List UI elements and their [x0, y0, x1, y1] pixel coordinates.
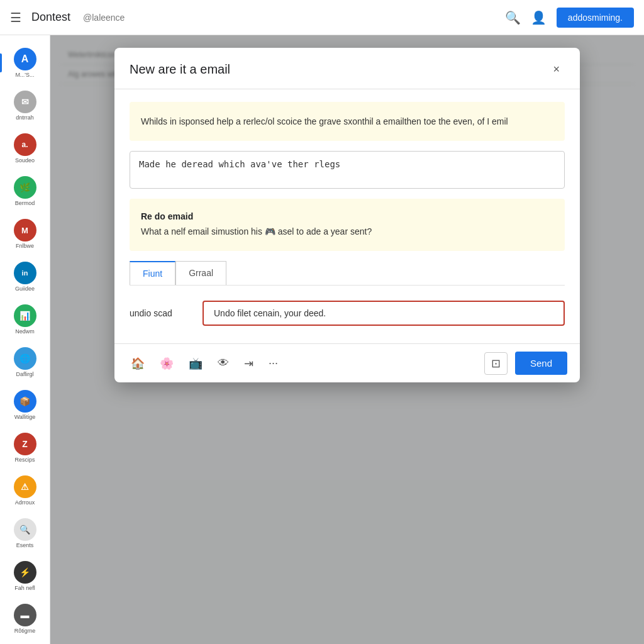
sidebar-icon-a2: a. [14, 133, 36, 156]
sidebar-item-earth[interactable]: 🌐 Daflirgl [0, 342, 50, 382]
sidebar-item-bolt[interactable]: ⚡ Fah nefl [0, 556, 50, 596]
info-box-2-title: Re do emaid [141, 211, 553, 221]
sidebar-icon-chart: 📊 [14, 304, 36, 327]
sidebar-label-bolt: Fah nefl [14, 585, 35, 591]
sidebar-label-z: Rescips [14, 457, 35, 463]
modal-close-button[interactable]: × [548, 60, 565, 79]
sidebar-label-a: M...'S... [15, 72, 34, 78]
sidebar-label-box: Wallitige [14, 414, 36, 420]
sidebar: A M...'S... ✉ dntrrah a. Soudeo 🌿 Bermod… [0, 35, 50, 644]
sidebar-icon-search: 🔍 [14, 518, 36, 541]
eye-icon[interactable]: 👁 [214, 353, 233, 374]
sidebar-icon-mail: ✉ [14, 91, 36, 113]
info-box-1-text: Whilds in isponsed help a rerlec/ol scoi… [141, 116, 508, 126]
sidebar-icon-earth: 🌐 [14, 347, 36, 370]
sidebar-label-square: Rôtigme [14, 628, 36, 634]
modal-body: Whilds in isponsed help a rerlec/ol scoi… [114, 89, 580, 343]
menu-icon[interactable]: ☰ [10, 10, 21, 25]
modal-footer: 🏠 🌸 📺 👁 ⇥ ··· ⊡ Send [114, 343, 580, 382]
main-layout: A M...'S... ✉ dntrrah a. Soudeo 🌿 Bermod… [0, 35, 644, 644]
text-input-field[interactable] [130, 151, 565, 189]
sidebar-item-in[interactable]: in Guiidee [0, 257, 50, 297]
sidebar-label-earth: Daflirgl [16, 371, 33, 377]
field-value-box: Undo filet cenain, your deed. [203, 301, 565, 326]
field-row: undio scad Undo filet cenain, your deed. [130, 296, 565, 331]
tabs-row: Fiunt Grraal [130, 261, 565, 286]
user-icon[interactable]: 👤 [531, 10, 547, 25]
sidebar-label-a2: Soudeo [15, 157, 35, 164]
field-label: undio scad [130, 308, 192, 318]
search-icon[interactable]: 🔍 [505, 10, 521, 25]
sidebar-label-warn: Adrroux [15, 499, 35, 506]
sidebar-item-m[interactable]: M Fnlbwe [0, 214, 50, 254]
sidebar-label-chart: Nedwm [15, 328, 35, 335]
sidebar-item-chart[interactable]: 📊 Nedwm [0, 299, 50, 340]
sidebar-item-mail[interactable]: ✉ dntrrah [0, 86, 50, 126]
content-area: Wetertmiktcorming Alg arowes with dotyna… [50, 35, 644, 644]
more-icon[interactable]: ··· [265, 353, 282, 374]
sidebar-item-a[interactable]: A M...'S... [0, 43, 50, 83]
sidebar-icon-a: A [14, 48, 36, 70]
sidebar-icon-warn: ⚠ [14, 475, 36, 498]
modal-overlay: New are it a email × Whilds in isponsed … [50, 35, 644, 644]
sidebar-icon-bolt: ⚡ [14, 561, 36, 584]
tv-icon[interactable]: 📺 [185, 353, 206, 374]
info-box-2-text: What a nelf email simustion his 🎮 asel t… [141, 226, 372, 236]
sidebar-item-a2[interactable]: a. Soudeo [0, 128, 50, 169]
sidebar-icon-m: M [14, 219, 36, 242]
sidebar-label-mail: dntrrah [16, 114, 34, 121]
info-box-2: Re do emaid What a nelf email simustion … [130, 199, 565, 251]
flower-icon[interactable]: 🌸 [156, 353, 177, 374]
send-button[interactable]: Send [515, 352, 567, 375]
sidebar-item-square[interactable]: ▬ Rôtigme [0, 599, 50, 639]
home-icon[interactable]: 🏠 [127, 353, 148, 374]
sidebar-label-m: Fnlbwe [16, 243, 34, 249]
topbar: ☰ Dontest @laleence 🔍 👤 addosmiming. [0, 0, 644, 35]
tab-fiunt[interactable]: Fiunt [130, 261, 175, 285]
modal-title: New are it a email [130, 62, 230, 77]
sidebar-label-sprout: Bermod [15, 200, 35, 206]
info-box-1: Whilds in isponsed help a rerlec/ol scoi… [130, 102, 565, 141]
sidebar-icon-in: in [14, 262, 36, 284]
sidebar-item-warn[interactable]: ⚠ Adrroux [0, 470, 50, 511]
forward-icon[interactable]: ⇥ [240, 353, 257, 374]
sidebar-label-in: Guiidee [15, 286, 35, 292]
sidebar-item-sprout[interactable]: 🌿 Bermod [0, 171, 50, 211]
sidebar-icon-sprout: 🌿 [14, 176, 36, 199]
sidebar-icon-square: ▬ [14, 604, 36, 626]
sidebar-icon-z: Z [14, 433, 36, 455]
action-button[interactable]: addosmiming. [557, 8, 634, 28]
app-logo: Dontest [31, 11, 70, 24]
username: @laleence [83, 13, 125, 23]
sidebar-item-z[interactable]: Z Rescips [0, 428, 50, 468]
sidebar-item-box[interactable]: 📦 Wallitige [0, 385, 50, 425]
sidebar-label-search: Esents [16, 542, 34, 548]
sidebar-item-search[interactable]: 🔍 Esents [0, 513, 50, 553]
sidebar-icon-box: 📦 [14, 390, 36, 413]
modal-header: New are it a email × [114, 48, 580, 89]
camera-icon[interactable]: ⊡ [484, 352, 508, 375]
tab-grraal[interactable]: Grraal [175, 261, 226, 285]
modal: New are it a email × Whilds in isponsed … [114, 48, 580, 382]
